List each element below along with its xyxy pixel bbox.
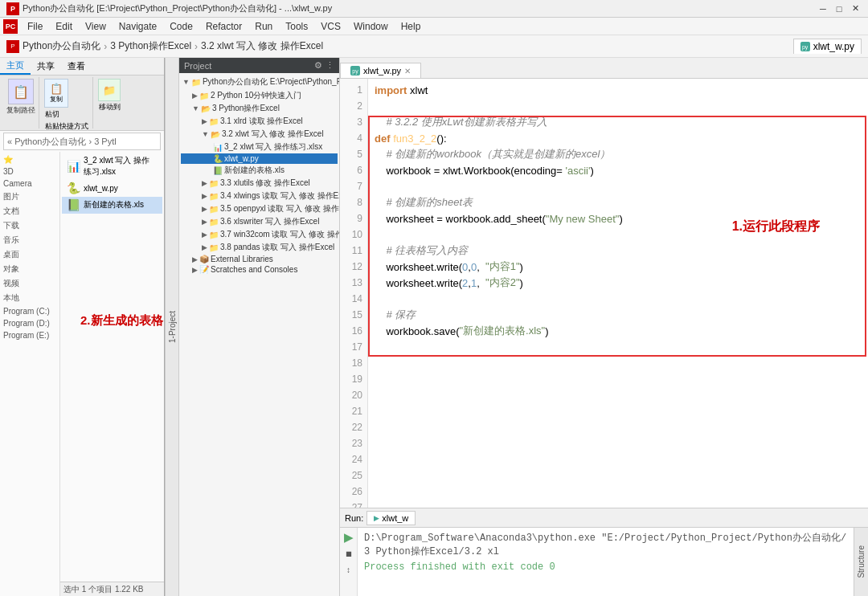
nav-item-camera[interactable]: Camera: [2, 178, 58, 190]
menu-edit[interactable]: Edit: [49, 19, 79, 34]
folder-icon-15: 📝: [199, 265, 209, 274]
breadcrumb-folder2[interactable]: 3.2 xlwt 写入 修改 操作Excel: [201, 39, 323, 53]
tree-item-8[interactable]: ▶ 📁 3.3 xlutils 修改 操作Excel: [181, 177, 338, 190]
tree-item-3[interactable]: ▶ 📁 3.1 xlrd 读取 操作Excel: [181, 115, 338, 128]
nav-shortcuts[interactable]: ⭐: [2, 153, 58, 165]
tree-item-14[interactable]: ▶ 📦 External Libraries: [181, 254, 338, 264]
move-to-label[interactable]: 移动到: [99, 102, 121, 112]
tree-label-4: 3.2 xlwt 写入 修改 操作Excel: [222, 129, 324, 140]
we-tab-home[interactable]: 主页: [0, 58, 31, 75]
menu-file[interactable]: File: [21, 19, 49, 34]
project-panel-header: Project ⚙ ⋮: [179, 58, 339, 73]
file-row-py[interactable]: 🐍 xlwt_w.py: [62, 180, 162, 197]
tree-item-9[interactable]: ▶ 📁 3.4 xlwings 读取 写入 修改 操作Exce: [181, 190, 338, 202]
menu-navigate[interactable]: Navigate: [113, 19, 163, 34]
nav-item-objects[interactable]: 对象: [2, 262, 58, 276]
settings-icon[interactable]: ⋮: [326, 60, 334, 71]
menu-view[interactable]: View: [79, 19, 113, 34]
menu-run[interactable]: Run: [248, 19, 279, 34]
run-scroll-button[interactable]: ↕: [342, 563, 355, 576]
tree-label-10: 3.5 openpyxl 读取 写入 修改 操作E: [220, 203, 339, 214]
nav-item-e-drive[interactable]: Program (E:): [2, 329, 58, 341]
run-result-text: Process finished with exit code 0: [364, 561, 555, 573]
run-toolbar: ▶ ⏹ ↕: [340, 528, 358, 596]
cut-button[interactable]: 粘切: [44, 108, 89, 120]
menu-window[interactable]: Window: [347, 19, 395, 34]
menu-help[interactable]: Help: [395, 19, 428, 34]
window-controls[interactable]: ─ □ ✕: [817, 2, 862, 15]
code-line-1: import xlwt: [375, 82, 862, 98]
paste-button[interactable]: 📋复制: [44, 79, 68, 108]
tree-label-3: 3.1 xlrd 读取 操作Excel: [220, 116, 303, 127]
code-line-7: [375, 178, 862, 194]
nav-item-docs[interactable]: 文档: [2, 204, 58, 218]
maximize-button[interactable]: □: [833, 2, 845, 15]
breadcrumb-root[interactable]: Python办公自动化: [23, 39, 100, 53]
tree-item-2[interactable]: ▼ 📂 3 Python操作Excel: [181, 102, 338, 115]
nav-item-video[interactable]: 视频: [2, 276, 58, 291]
gear-icon[interactable]: ⚙: [314, 60, 322, 71]
nav-item-pictures[interactable]: 图片: [2, 190, 58, 204]
minimize-button[interactable]: ─: [817, 2, 829, 15]
code-line-22: [375, 419, 862, 435]
tree-item-11[interactable]: ▶ 📁 3.6 xlswriter 写入 操作Excel: [181, 215, 338, 228]
file-row-xls[interactable]: 📗 新创建的表格.xls: [62, 197, 162, 214]
nav-item-downloads[interactable]: 下载: [2, 218, 58, 233]
structure-tab[interactable]: Structure: [854, 528, 868, 596]
we-tab-share[interactable]: 共享: [31, 59, 61, 74]
file-row-xlsx[interactable]: 📊 3_2 xlwt 写入 操作练习.xlsx: [62, 153, 162, 180]
tree-item-6[interactable]: 🐍 xlwt_w.py: [181, 153, 338, 164]
editor-tab-active[interactable]: py xlwt_w.py: [793, 39, 862, 54]
copy-path-label[interactable]: 复制路径: [6, 105, 35, 116]
code-line-5: # 创建新的workbook（其实就是创建新的excel）: [375, 146, 862, 162]
tree-item-13[interactable]: ▶ 📁 3.8 pandas 读取 写入 操作Excel: [181, 241, 338, 254]
menu-vcs[interactable]: VCS: [314, 19, 347, 34]
nav-item-desktop[interactable]: 桌面: [2, 247, 58, 262]
nav-item-3d[interactable]: 3D: [2, 165, 58, 178]
close-button[interactable]: ✕: [849, 2, 862, 15]
windows-explorer-panel: 主页 共享 查看 📋 复制路径 📋复制: [0, 58, 165, 596]
tree-item-5[interactable]: 📊 3_2 xlwt 写入 操作练习.xlsx: [181, 141, 338, 153]
tree-item-15[interactable]: ▶ 📝 Scratches and Consoles: [181, 264, 338, 275]
nav-item-c-drive[interactable]: Program (C:): [2, 305, 58, 317]
project-panel-title: Project: [184, 61, 211, 71]
project-tree: ▼ 📁 Python办公自动化 E:\Project\Python_Pr... …: [179, 73, 339, 596]
folder-icon-4: 📂: [211, 130, 220, 139]
tree-item-7[interactable]: 📗 新创建的表格.xls: [181, 164, 338, 177]
code-line-21: [375, 403, 862, 419]
run-tab-xlwt[interactable]: ▶ xlwt_w: [366, 511, 416, 525]
tree-item-1[interactable]: ▶ 📁 2 Python 10分钟快速入门: [181, 89, 338, 102]
folder-icon-1: 📁: [199, 92, 209, 100]
tree-label-8: 3.3 xlutils 修改 操作Excel: [220, 178, 310, 189]
clipboard-shortcut-label[interactable]: 粘贴快捷方式: [44, 120, 89, 133]
folder-icon-3: 📁: [209, 117, 219, 126]
copy-path-button[interactable]: 📋: [8, 79, 34, 104]
tab-close-icon[interactable]: ✕: [404, 67, 411, 76]
menu-refactor[interactable]: Refactor: [199, 19, 248, 34]
file-list: 📊 3_2 xlwt 写入 操作练习.xlsx 🐍 xlwt_w.py 📗 新创…: [60, 152, 164, 582]
tree-item-12[interactable]: ▶ 📁 3.7 win32com 读取 写入 修改 操作: [181, 228, 338, 241]
nav-item-music[interactable]: 音乐: [2, 233, 58, 247]
address-bar-text: « Python办公自动化 › 3 Pytl: [7, 136, 117, 148]
tree-item-4[interactable]: ▼ 📂 3.2 xlwt 写入 修改 操作Excel: [181, 128, 338, 141]
project-vertical-tab[interactable]: 1-Project: [165, 58, 179, 596]
run-stop-button[interactable]: ⏹: [342, 547, 355, 560]
xlsx-icon: 📊: [67, 160, 80, 173]
code-area[interactable]: 1 2 3 4 5 6 7 8 9 10 11 12 13: [340, 79, 868, 508]
tree-root[interactable]: ▼ 📁 Python办公自动化 E:\Project\Python_Pr...: [181, 75, 338, 89]
editor-tab-xlwt[interactable]: py xlwt_w.py ✕: [340, 63, 421, 78]
we-tab-view[interactable]: 查看: [61, 59, 92, 74]
menu-code[interactable]: Code: [163, 19, 199, 34]
folder-icon-13: 📁: [209, 243, 219, 252]
run-play-button[interactable]: ▶: [342, 531, 355, 544]
code-editor[interactable]: py xlwt_w.py ✕ 1 2 3 4: [340, 58, 868, 596]
code-lines[interactable]: import xlwt # 3.2.2 使用xLwt创建新表格并写入 def f…: [368, 79, 868, 508]
move-to-button[interactable]: 📁: [98, 79, 121, 101]
menu-tools[interactable]: Tools: [279, 19, 314, 34]
address-bar[interactable]: « Python办公自动化 › 3 Pytl: [3, 133, 161, 150]
run-result: Process finished with exit code 0: [364, 561, 847, 573]
breadcrumb-folder1[interactable]: 3 Python操作Excel: [110, 39, 191, 53]
tree-item-10[interactable]: ▶ 📁 3.5 openpyxl 读取 写入 修改 操作E: [181, 202, 338, 215]
nav-item-local[interactable]: 本地: [2, 291, 58, 305]
nav-item-d-drive[interactable]: Program (D:): [2, 317, 58, 329]
